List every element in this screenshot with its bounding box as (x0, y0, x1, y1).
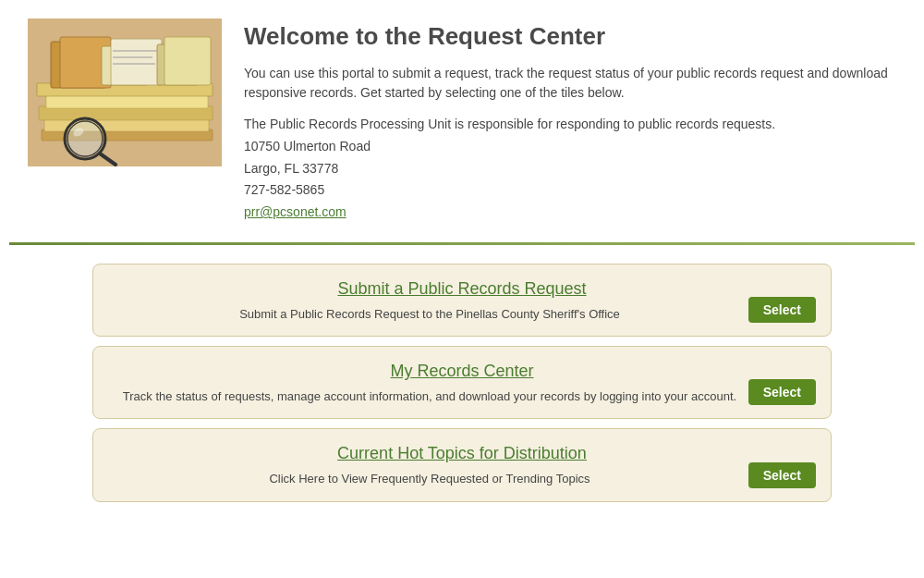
submit-request-title: Submit a Public Records Request (112, 279, 812, 299)
submit-request-tile: Submit a Public Records Request Submit a… (92, 264, 832, 337)
my-records-center-select-button[interactable]: Select (748, 379, 816, 405)
page-title: Welcome to the Request Center (244, 22, 896, 51)
hot-topics-select-button[interactable]: Select (748, 462, 816, 488)
svg-point-16 (67, 121, 103, 156)
header-image (28, 18, 222, 166)
phone-number: 727-582-5865 (244, 179, 896, 202)
hot-topics-tile: Current Hot Topics for Distribution Clic… (92, 428, 832, 501)
submit-request-select-button[interactable]: Select (748, 297, 816, 323)
address-block: The Public Records Processing Unit is re… (244, 114, 896, 224)
intro-paragraph-2: The Public Records Processing Unit is re… (244, 114, 896, 136)
hot-topics-description: Click Here to View Frequently Requested … (112, 471, 812, 487)
svg-rect-9 (111, 39, 162, 85)
intro-paragraph-1: You can use this portal to submit a requ… (244, 64, 896, 103)
header-content: Welcome to the Request Center You can us… (244, 18, 896, 224)
hot-topics-title: Current Hot Topics for Distribution (112, 444, 812, 463)
address-line1: 10750 Ulmerton Road (244, 136, 896, 158)
svg-rect-11 (164, 37, 211, 85)
email-link[interactable]: prr@pcsonet.com (244, 204, 346, 219)
my-records-center-description: Track the status of requests, manage acc… (112, 388, 812, 405)
my-records-center-title: My Records Center (112, 362, 812, 381)
my-records-center-tile: My Records Center Track the status of re… (92, 346, 832, 419)
section-divider (9, 242, 915, 245)
submit-request-description: Submit a Public Records Request to the P… (112, 306, 812, 323)
tiles-container: Submit a Public Records Request Submit a… (0, 264, 924, 521)
address-line2: Largo, FL 33778 (244, 158, 896, 180)
